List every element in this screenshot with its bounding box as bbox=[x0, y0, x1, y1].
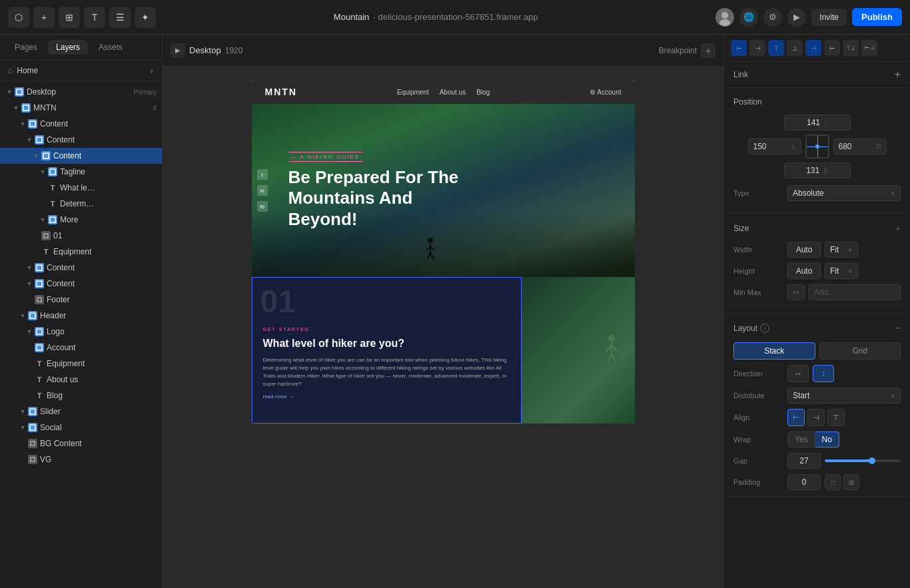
panel-tabs: Pages Layers Assets bbox=[0, 35, 162, 61]
layer-item-determ[interactable]: TDeterm…+ bbox=[0, 196, 162, 212]
align-right-btn[interactable]: ⊤ bbox=[827, 409, 845, 426]
layer-item-equipment-2[interactable]: TEquipment bbox=[0, 356, 162, 372]
distribute-value: Start bbox=[793, 391, 809, 400]
layout-grid-button[interactable]: Grid bbox=[819, 342, 901, 360]
layer-name: Content bbox=[47, 279, 157, 288]
hero-image: — A HIKING GUIDE Be Prepared For TheMoun… bbox=[252, 104, 635, 277]
layer-item-vg[interactable]: VG+ bbox=[0, 451, 162, 467]
minmax-switch[interactable]: ⇔ bbox=[787, 284, 805, 300]
layer-item-equipment[interactable]: TEquipment+ bbox=[0, 244, 162, 260]
layer-item-about-us[interactable]: TAbout us bbox=[0, 372, 162, 388]
framer-logo-button[interactable]: ⬡ bbox=[8, 7, 29, 28]
tab-assets[interactable]: Assets bbox=[91, 40, 131, 55]
pos-x-input[interactable]: 141 ↑ bbox=[784, 115, 851, 131]
layout-stack-button[interactable]: Stack bbox=[733, 342, 815, 360]
card-link[interactable]: read more → bbox=[263, 394, 510, 400]
pos-bottom-input[interactable]: 131 S bbox=[784, 162, 851, 178]
nav-blog: Blog bbox=[476, 89, 490, 96]
size-add-button[interactable]: + bbox=[895, 223, 901, 234]
tab-pages[interactable]: Pages bbox=[7, 40, 45, 55]
add-breakpoint-button[interactable]: + bbox=[701, 43, 715, 58]
layer-item-slider[interactable]: Slider bbox=[0, 404, 162, 420]
size-section: Size + Width Auto Fit ∨ Height Auto Fit … bbox=[724, 214, 910, 313]
height-fit-select[interactable]: Fit ∨ bbox=[825, 263, 858, 279]
align-left-btn[interactable]: ⊢ bbox=[787, 409, 805, 426]
publish-button[interactable]: Publish bbox=[852, 8, 902, 26]
layer-item-content-4[interactable]: Content bbox=[0, 276, 162, 292]
pos-x-hint: ↑ bbox=[824, 119, 827, 127]
distribute-v-btn[interactable]: ⊢⊣ bbox=[861, 40, 877, 56]
user-avatar[interactable] bbox=[715, 8, 734, 27]
align-top-edge-btn[interactable]: ⊥ bbox=[787, 40, 803, 56]
align-left-edge-btn[interactable]: ⊢ bbox=[731, 40, 747, 56]
canvas-bg[interactable]: MNTN Equipment About us Blog ⚙ Account —… bbox=[163, 67, 723, 588]
align-right-edge-btn[interactable]: ⊤ bbox=[768, 40, 784, 56]
align-center-h-btn[interactable]: ⊣ bbox=[749, 40, 765, 56]
add-tool-button[interactable]: + bbox=[33, 7, 55, 28]
width-fit-select[interactable]: Fit ∨ bbox=[825, 242, 858, 258]
layer-item-01[interactable]: 01+ bbox=[0, 228, 162, 244]
layer-item-what-le[interactable]: TWhat le…+ bbox=[0, 180, 162, 196]
layout-info-icon[interactable]: i bbox=[760, 324, 769, 333]
play-icon[interactable]: ▶ bbox=[171, 43, 185, 58]
wrap-no-button[interactable]: No bbox=[815, 432, 839, 447]
layer-item-desktop[interactable]: DesktopPrimary bbox=[0, 84, 162, 100]
distribute-select[interactable]: Start ∨ bbox=[787, 388, 901, 404]
padding-uniform-icon[interactable]: □ bbox=[825, 474, 841, 490]
dir-vertical-button[interactable]: ↕ bbox=[813, 365, 834, 382]
padding-individual-icon[interactable]: ⊞ bbox=[843, 474, 859, 490]
layer-item-content-3[interactable]: Content bbox=[0, 260, 162, 276]
layout-collapse-button[interactable]: − bbox=[895, 322, 901, 334]
dir-horizontal-button[interactable]: ↔ bbox=[787, 365, 809, 382]
layer-item-account[interactable]: Account bbox=[0, 340, 162, 356]
social-icon-3[interactable]: fb bbox=[257, 201, 268, 212]
svg-rect-8 bbox=[50, 217, 55, 222]
height-auto-input[interactable]: Auto bbox=[787, 263, 821, 279]
layer-item-social[interactable]: Social bbox=[0, 420, 162, 436]
width-auto-input[interactable]: Auto bbox=[787, 242, 821, 258]
align-middle-btn[interactable]: ⊣ bbox=[805, 40, 821, 56]
pos-y-left-input[interactable]: 150 L bbox=[748, 139, 801, 154]
layer-chevron-icon bbox=[32, 152, 40, 160]
layer-item-content-2[interactable]: Content bbox=[0, 132, 162, 148]
preview-icon[interactable]: ▶ bbox=[787, 8, 806, 27]
distribute-h-btn[interactable]: ⊤⊥ bbox=[843, 40, 859, 56]
layer-item-more[interactable]: More+ bbox=[0, 212, 162, 228]
gap-input[interactable]: 27 bbox=[787, 453, 821, 469]
layer-item-tagline[interactable]: Tagline+ bbox=[0, 164, 162, 180]
components-tool-button[interactable]: ⊞ bbox=[59, 7, 80, 28]
align-center-btn[interactable]: ⊣ bbox=[807, 409, 825, 426]
type-select[interactable]: Absolute ∨ bbox=[787, 185, 901, 201]
more-tool-button[interactable]: ✦ bbox=[135, 7, 156, 28]
frame-sm-icon bbox=[41, 231, 51, 240]
minmax-add-input[interactable]: Add… bbox=[809, 284, 901, 300]
topbar-center: Mountain · delicious-presentation-567851… bbox=[334, 12, 538, 22]
layer-item-blog[interactable]: TBlog bbox=[0, 388, 162, 404]
social-icon-1[interactable]: t bbox=[257, 169, 268, 180]
layer-item-mntn[interactable]: MNTN# bbox=[0, 100, 162, 116]
home-selector[interactable]: ⌂ Home ∨ bbox=[0, 61, 162, 81]
globe-icon[interactable]: 🌐 bbox=[739, 8, 758, 27]
gap-slider[interactable] bbox=[825, 459, 901, 462]
layer-item-bg-content[interactable]: BG Content bbox=[0, 436, 162, 451]
padding-input[interactable]: 0 bbox=[787, 474, 821, 490]
svg-rect-6 bbox=[43, 153, 49, 158]
pos-y-right-input[interactable]: 680 R bbox=[833, 139, 887, 154]
align-bottom-edge-btn[interactable]: ⊢ bbox=[824, 40, 840, 56]
settings-icon[interactable]: ⚙ bbox=[763, 8, 782, 27]
invite-button[interactable]: Invite bbox=[811, 9, 847, 26]
wrap-yes-button[interactable]: Yes bbox=[787, 432, 815, 447]
svg-rect-11 bbox=[37, 281, 42, 286]
layer-item-content-1[interactable]: Content bbox=[0, 116, 162, 132]
pos-y-left-hint: L bbox=[792, 143, 796, 150]
text-tool-button[interactable]: T bbox=[84, 7, 105, 28]
link-add-button[interactable]: + bbox=[895, 69, 901, 81]
social-icon-2[interactable]: in bbox=[257, 185, 268, 196]
layer-item-logo[interactable]: Logo bbox=[0, 324, 162, 340]
tab-layers[interactable]: Layers bbox=[48, 40, 88, 55]
layer-name: MNTN bbox=[33, 103, 153, 113]
hand-tool-button[interactable]: ☰ bbox=[109, 7, 131, 28]
layer-item-header[interactable]: Header bbox=[0, 308, 162, 324]
layer-item-content-selected[interactable]: Content bbox=[0, 148, 162, 164]
layer-item-footer[interactable]: Footer bbox=[0, 292, 162, 308]
